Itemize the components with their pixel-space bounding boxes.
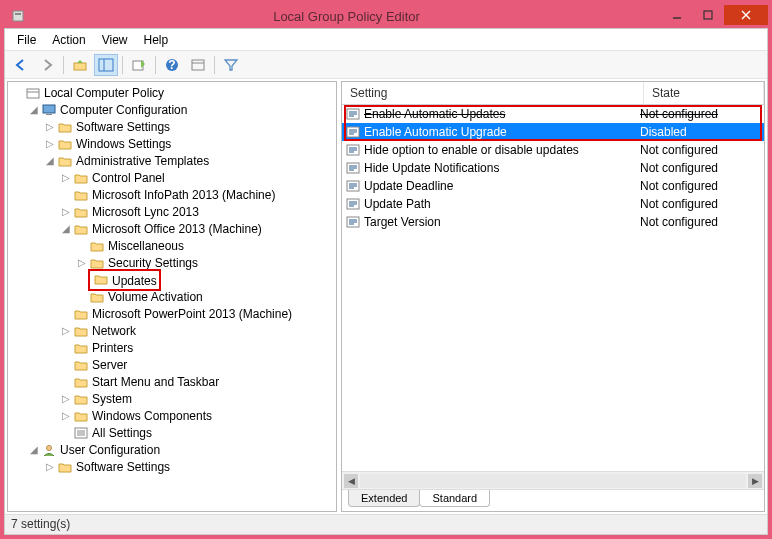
svg-rect-12 — [192, 60, 204, 70]
setting-state: Not configured — [640, 161, 760, 175]
policy-item-icon — [346, 144, 360, 156]
scroll-track[interactable] — [360, 474, 746, 488]
tree-user-config[interactable]: ◢User Configuration — [28, 441, 336, 458]
tree-network[interactable]: ▷Network — [60, 322, 336, 339]
collapse-icon[interactable]: ◢ — [60, 223, 72, 234]
col-state[interactable]: State — [644, 82, 764, 104]
tree-label: Printers — [92, 341, 133, 355]
folder-icon — [73, 205, 89, 219]
tree-user-software-settings[interactable]: ▷Software Settings — [44, 458, 336, 475]
col-setting[interactable]: Setting — [342, 82, 644, 104]
menu-action[interactable]: Action — [44, 31, 93, 49]
folder-icon — [57, 137, 73, 151]
tree-label: Control Panel — [92, 171, 165, 185]
list-row[interactable]: Update DeadlineNot configured — [342, 177, 764, 195]
list-row[interactable]: Hide Update NotificationsNot configured — [342, 159, 764, 177]
menu-view[interactable]: View — [94, 31, 136, 49]
tree-start-menu[interactable]: Start Menu and Taskbar — [60, 373, 336, 390]
tree-label: Computer Configuration — [60, 103, 187, 117]
tree-volume-activation[interactable]: Volume Activation — [76, 288, 336, 305]
list-body[interactable]: Enable Automatic UpdatesNot configuredEn… — [342, 105, 764, 471]
expand-icon[interactable]: ▷ — [76, 257, 88, 268]
filter-button[interactable] — [219, 54, 243, 76]
folder-icon — [73, 324, 89, 338]
svg-rect-1 — [15, 13, 21, 15]
horizontal-scrollbar[interactable]: ◀ ▶ — [342, 471, 764, 489]
collapse-icon[interactable]: ◢ — [28, 444, 40, 455]
folder-icon — [73, 392, 89, 406]
list-row[interactable]: Update PathNot configured — [342, 195, 764, 213]
folder-icon — [89, 290, 105, 304]
list-row[interactable]: Hide option to enable or disable updates… — [342, 141, 764, 159]
tab-standard[interactable]: Standard — [419, 490, 490, 507]
expand-icon[interactable]: ▷ — [60, 325, 72, 336]
minimize-button[interactable] — [662, 5, 692, 25]
tree-label: Software Settings — [76, 120, 170, 134]
tree-admin-templates[interactable]: ◢Administrative Templates — [44, 152, 336, 169]
tree-label: Software Settings — [76, 460, 170, 474]
expand-icon[interactable]: ▷ — [44, 461, 56, 472]
statusbar: 7 setting(s) — [5, 514, 767, 534]
back-button[interactable] — [9, 54, 33, 76]
maximize-button[interactable] — [693, 5, 723, 25]
tree-software-settings[interactable]: ▷Software Settings — [44, 118, 336, 135]
scroll-left-icon[interactable]: ◀ — [344, 474, 358, 488]
setting-state: Disabled — [640, 125, 760, 139]
svg-rect-17 — [46, 114, 52, 115]
export-button[interactable] — [127, 54, 151, 76]
tree-server[interactable]: Server — [60, 356, 336, 373]
setting-name: Enable Automatic Upgrade — [364, 125, 507, 139]
close-button[interactable] — [724, 5, 768, 25]
tree-miscellaneous[interactable]: Miscellaneous — [76, 237, 336, 254]
tree-root[interactable]: Local Computer Policy — [12, 84, 336, 101]
tree-windows-components[interactable]: ▷Windows Components — [60, 407, 336, 424]
up-folder-button[interactable] — [68, 54, 92, 76]
setting-name: Update Path — [364, 197, 431, 211]
show-hide-tree-button[interactable] — [94, 54, 118, 76]
tree-control-panel[interactable]: ▷Control Panel — [60, 169, 336, 186]
list-row[interactable]: Enable Automatic UpdatesNot configured — [342, 105, 764, 123]
menu-file[interactable]: File — [9, 31, 44, 49]
expand-icon[interactable]: ▷ — [60, 393, 72, 404]
tree-panel[interactable]: Local Computer Policy ◢ Computer Configu… — [7, 81, 337, 512]
expand-icon[interactable]: ▷ — [44, 138, 56, 149]
tree-all-settings[interactable]: All Settings — [60, 424, 336, 441]
tab-extended[interactable]: Extended — [348, 490, 420, 507]
policy-item-icon — [346, 162, 360, 174]
tree-computer-config[interactable]: ◢ Computer Configuration — [28, 101, 336, 118]
list-row[interactable]: Target VersionNot configured — [342, 213, 764, 231]
list-row[interactable]: Enable Automatic UpgradeDisabled — [342, 123, 764, 141]
expand-icon[interactable]: ▷ — [60, 206, 72, 217]
tree-ms-lync[interactable]: ▷Microsoft Lync 2013 — [60, 203, 336, 220]
menu-help[interactable]: Help — [136, 31, 177, 49]
expand-icon[interactable]: ▷ — [60, 172, 72, 183]
setting-name: Update Deadline — [364, 179, 453, 193]
properties-button[interactable] — [186, 54, 210, 76]
forward-button[interactable] — [35, 54, 59, 76]
tree-ms-office[interactable]: ◢Microsoft Office 2013 (Machine) — [60, 220, 336, 237]
folder-icon — [73, 188, 89, 202]
collapse-icon[interactable]: ◢ — [44, 155, 56, 166]
tree-ms-infopath[interactable]: Microsoft InfoPath 2013 (Machine) — [60, 186, 336, 203]
expand-icon[interactable]: ▷ — [44, 121, 56, 132]
expand-icon[interactable]: ▷ — [60, 410, 72, 421]
setting-state: Not configured — [640, 197, 760, 211]
tree-printers[interactable]: Printers — [60, 339, 336, 356]
folder-icon — [73, 358, 89, 372]
tree-windows-settings[interactable]: ▷Windows Settings — [44, 135, 336, 152]
collapse-icon[interactable]: ◢ — [28, 104, 40, 115]
user-icon — [41, 443, 57, 457]
tree-label: Network — [92, 324, 136, 338]
folder-icon — [57, 460, 73, 474]
setting-state: Not configured — [640, 215, 760, 229]
status-text: 7 setting(s) — [11, 517, 70, 531]
folder-icon — [73, 171, 89, 185]
folder-icon — [57, 154, 73, 168]
tree-system[interactable]: ▷System — [60, 390, 336, 407]
tree-updates[interactable]: Updates — [76, 271, 336, 288]
folder-icon — [93, 272, 109, 286]
tree-ms-powerpoint[interactable]: Microsoft PowerPoint 2013 (Machine) — [60, 305, 336, 322]
help-button[interactable]: ? — [160, 54, 184, 76]
scroll-right-icon[interactable]: ▶ — [748, 474, 762, 488]
setting-name: Target Version — [364, 215, 441, 229]
